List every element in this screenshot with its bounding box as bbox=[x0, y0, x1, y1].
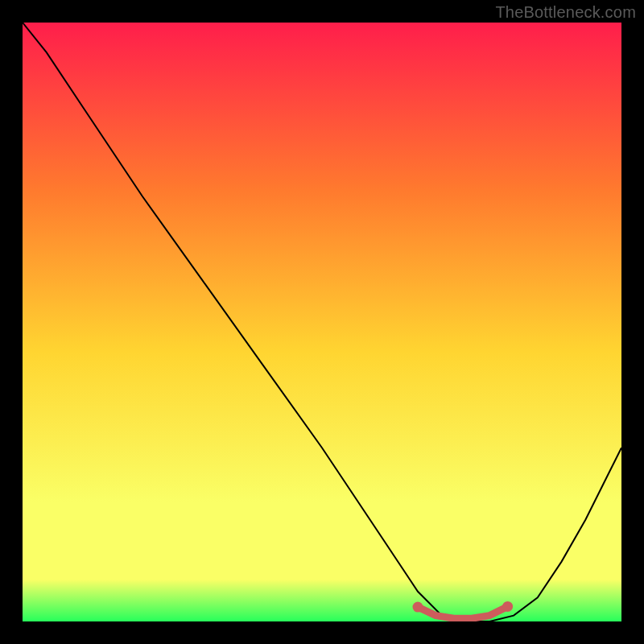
chart-frame: TheBottleneck.com bbox=[0, 0, 644, 644]
watermark-text: TheBottleneck.com bbox=[495, 3, 636, 22]
plot-area bbox=[23, 23, 621, 621]
gradient-background bbox=[23, 23, 621, 621]
optimal-endpoint-dot bbox=[413, 602, 423, 613]
optimal-endpoint-dot bbox=[502, 601, 513, 612]
chart-svg bbox=[23, 23, 621, 621]
